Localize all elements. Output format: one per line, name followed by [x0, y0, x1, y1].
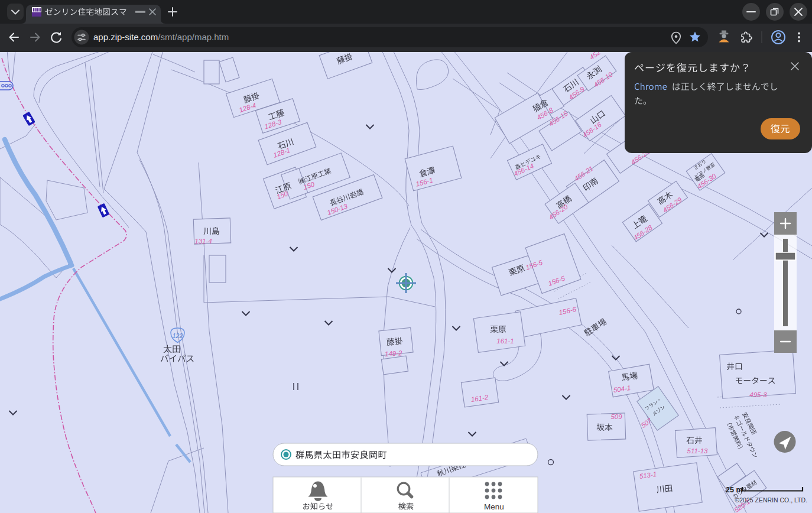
- svg-text:495-3: 495-3: [749, 391, 767, 398]
- svg-text:511-13: 511-13: [687, 447, 709, 454]
- svg-text:149-2: 149-2: [385, 349, 403, 358]
- svg-text:161-1: 161-1: [496, 337, 514, 345]
- svg-text:509: 509: [610, 413, 622, 420]
- svg-text:Menu: Menu: [484, 502, 504, 511]
- svg-text:131-4: 131-4: [194, 238, 212, 245]
- svg-text:app.zip-site.com/smt/app/map.h: app.zip-site.com/smt/app/map.htm: [93, 32, 229, 42]
- svg-text:25 m: 25 m: [726, 486, 743, 494]
- svg-text:©2025 ZENRIN CO., LTD.: ©2025 ZENRIN CO., LTD.: [735, 496, 808, 504]
- svg-text:122: 122: [173, 332, 183, 339]
